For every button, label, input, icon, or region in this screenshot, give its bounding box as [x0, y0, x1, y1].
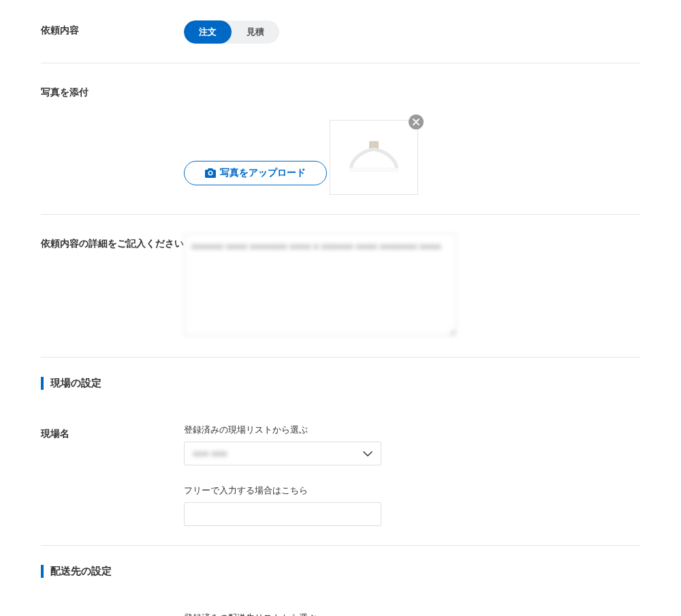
thumbnail-image[interactable] [330, 120, 418, 195]
divider [41, 545, 640, 546]
close-icon [413, 119, 419, 125]
request-type-label: 依頼内容 [41, 20, 184, 37]
details-row: 依頼内容の詳細をご記入ください [41, 234, 640, 338]
site-select[interactable]: ■■■ ■■■ [184, 442, 381, 465]
hanger-icon [343, 137, 405, 178]
request-type-segmented: 注文 見積 [184, 20, 279, 44]
delivery-list-label: 登録済みの配送先リストから選ぶ [184, 612, 640, 616]
details-textarea[interactable] [184, 234, 456, 336]
site-list-label: 登録済みの現場リストから選ぶ [184, 424, 640, 436]
site-name-label: 現場名 [41, 424, 184, 440]
delivery-section-title: 配送先の設定 [41, 565, 640, 578]
upload-photo-button[interactable]: 写真をアップロード [184, 161, 327, 185]
attach-row: 写真を添付 写真をアップロード [41, 82, 640, 195]
delivery-name-label: 配送先名 [41, 612, 184, 616]
request-type-row: 依頼内容 注文 見積 [41, 20, 640, 44]
request-type-order[interactable]: 注文 [184, 20, 232, 44]
camera-icon [205, 168, 216, 178]
attach-label: 写真を添付 [41, 82, 184, 99]
site-free-input[interactable] [184, 502, 381, 526]
delivery-name-row: 配送先名 登録済みの配送先リストから選ぶ ■■■■■■■■ 配送先の修正 [41, 612, 640, 616]
site-free-label: フリーで入力する場合はこちら [184, 484, 640, 497]
site-select-value: ■■■ ■■■ [193, 448, 227, 459]
site-section-title: 現場の設定 [41, 377, 640, 390]
divider [41, 214, 640, 215]
site-name-row: 現場名 登録済みの現場リストから選ぶ ■■■ ■■■ フリーで入力する場合はこち… [41, 424, 640, 526]
photo-thumbnail [330, 120, 418, 195]
delete-photo-button[interactable] [409, 114, 424, 129]
chevron-down-icon [363, 451, 373, 457]
divider [41, 357, 640, 358]
divider [41, 63, 640, 63]
upload-photo-button-label: 写真をアップロード [220, 167, 306, 179]
request-type-quote[interactable]: 見積 [232, 20, 279, 44]
details-label: 依頼内容の詳細をご記入ください [41, 234, 184, 250]
